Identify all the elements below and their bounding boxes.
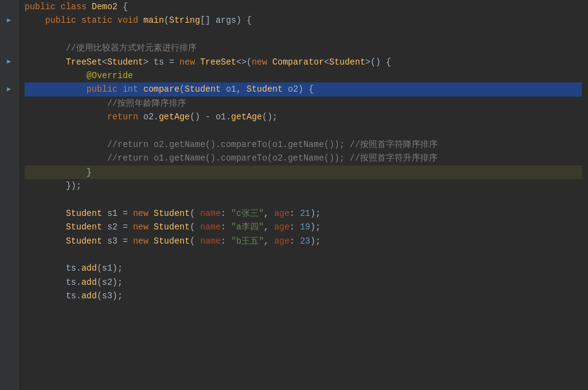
punctuation: (s2); bbox=[97, 276, 123, 289]
type-name: Student bbox=[66, 207, 102, 220]
punctuation: <>( bbox=[237, 55, 252, 69]
type-name: Student bbox=[246, 82, 283, 96]
variable: s2 = bbox=[102, 220, 133, 234]
type-name: TreeSet bbox=[200, 55, 237, 69]
code-line: //return o2.getName().compareTo(o1.getNa… bbox=[25, 138, 582, 151]
punctuation: ); bbox=[310, 207, 321, 220]
punctuation: (s1); bbox=[97, 261, 123, 275]
code-line bbox=[25, 28, 582, 41]
line-gutter: ▶ ▶ ▶ bbox=[0, 0, 18, 390]
keyword: new bbox=[133, 207, 154, 220]
type-name: Student bbox=[107, 55, 143, 69]
indent bbox=[25, 97, 107, 110]
punctuation: : bbox=[221, 220, 231, 234]
keyword: new bbox=[252, 55, 273, 69]
punctuation: : bbox=[221, 234, 231, 248]
generic: < bbox=[324, 55, 329, 69]
indent bbox=[25, 69, 87, 82]
space bbox=[138, 82, 143, 96]
code-line: //使用比较器方式对元素进行排序 bbox=[25, 41, 582, 55]
punctuation: (s3); bbox=[97, 289, 123, 303]
punctuation: ); bbox=[310, 234, 321, 248]
punctuation: ( bbox=[179, 82, 184, 96]
comment: //使用比较器方式对元素进行排序 bbox=[66, 41, 197, 55]
keyword: new bbox=[133, 234, 154, 248]
code-line: } bbox=[25, 165, 582, 179]
type-name: Student bbox=[66, 234, 102, 248]
code: o2. bbox=[143, 110, 159, 124]
string-value: "b王五" bbox=[231, 234, 264, 248]
comment: //return o2.getName().compareTo(o1.getNa… bbox=[107, 138, 437, 151]
code-line: //按照年龄降序排序 bbox=[25, 97, 582, 110]
type-name: Student bbox=[184, 82, 221, 96]
type-name: Comparator bbox=[272, 55, 324, 69]
punctuation: , bbox=[264, 234, 274, 248]
method-name: main bbox=[143, 14, 164, 27]
indent bbox=[25, 276, 66, 289]
code-line: Student s3 = new Student( name: "b王五", a… bbox=[25, 234, 582, 248]
param-label: name bbox=[200, 220, 221, 234]
punctuation: [] args) { bbox=[200, 14, 252, 27]
indent bbox=[25, 261, 66, 275]
method-name: getAge bbox=[159, 110, 189, 124]
method-name: add bbox=[81, 261, 96, 275]
generic: < bbox=[102, 55, 107, 69]
keyword: public bbox=[25, 0, 61, 14]
indent bbox=[25, 41, 66, 55]
code-line: }); bbox=[25, 179, 582, 193]
punctuation: (); bbox=[262, 110, 278, 124]
param-label: name bbox=[200, 207, 221, 220]
keyword: return bbox=[107, 110, 143, 124]
indent bbox=[25, 14, 45, 27]
keyword: public bbox=[87, 82, 123, 96]
keyword: new bbox=[179, 55, 200, 69]
code-line: public static void main(String[] args) { bbox=[25, 14, 582, 27]
code: ts. bbox=[66, 289, 81, 303]
code-editor: ▶ ▶ ▶ public class Demo2 { bbox=[0, 0, 588, 390]
comment: //按照年龄降序排序 bbox=[107, 97, 186, 110]
variable: o1, bbox=[221, 82, 246, 96]
type-name: TreeSet bbox=[66, 55, 102, 69]
param-label: age bbox=[274, 220, 289, 234]
annotation: @Override bbox=[87, 69, 133, 82]
code-line: ts.add(s3); bbox=[25, 289, 582, 303]
indent bbox=[25, 55, 66, 69]
code-line: Student s2 = new Student( name: "a李四", a… bbox=[25, 220, 582, 234]
param-label: age bbox=[274, 207, 289, 220]
code-line: ts.add(s2); bbox=[25, 276, 582, 289]
keyword: void bbox=[117, 14, 143, 27]
code-line: public class Demo2 { bbox=[25, 0, 582, 14]
type-name: Student bbox=[154, 234, 190, 248]
punctuation: () { bbox=[370, 55, 391, 69]
type-name: Student bbox=[329, 55, 366, 69]
type-name: Student bbox=[154, 207, 190, 220]
method-name: compare bbox=[143, 82, 179, 96]
string-value: "c张三" bbox=[231, 207, 264, 220]
indent bbox=[25, 165, 87, 179]
punctuation: : bbox=[221, 207, 231, 220]
punctuation: : bbox=[289, 234, 300, 248]
punctuation: ( bbox=[190, 220, 200, 234]
type-name: Student bbox=[66, 220, 102, 234]
generic: > bbox=[143, 55, 148, 69]
indent bbox=[25, 289, 66, 303]
indent bbox=[25, 110, 107, 124]
punctuation: } bbox=[87, 165, 92, 179]
variable: s3 = bbox=[102, 234, 133, 248]
punctuation: , bbox=[264, 220, 274, 234]
class-name: Demo2 bbox=[92, 0, 117, 14]
punctuation: () - o1. bbox=[190, 110, 231, 124]
code-line bbox=[25, 248, 582, 261]
type-name: String bbox=[169, 14, 200, 27]
code-line: ts.add(s1); bbox=[25, 261, 582, 275]
punctuation: ( bbox=[164, 14, 169, 27]
method-name: add bbox=[81, 289, 96, 303]
generic: > bbox=[366, 55, 370, 69]
code-line: public int compare(Student o1, Student o… bbox=[25, 82, 582, 96]
keyword: new bbox=[133, 220, 154, 234]
indent bbox=[25, 234, 66, 248]
punctuation: ( bbox=[190, 207, 200, 220]
indent bbox=[25, 151, 107, 165]
number-value: 21 bbox=[300, 207, 310, 220]
indent bbox=[25, 138, 107, 151]
